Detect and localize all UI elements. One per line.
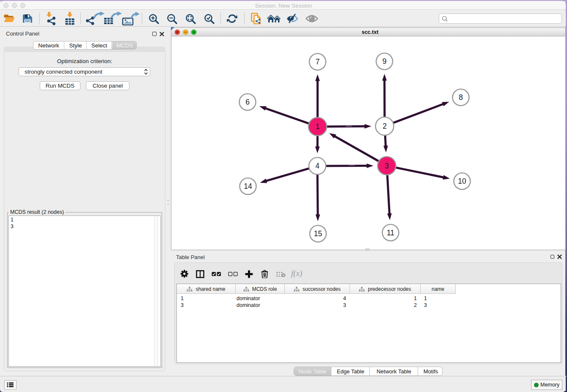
svg-text:1: 1 [316, 122, 320, 131]
svg-text:15: 15 [314, 229, 322, 238]
svg-text:7: 7 [316, 58, 320, 66]
svg-text:11: 11 [387, 229, 394, 237]
svg-text:8: 8 [459, 93, 463, 102]
svg-text:10: 10 [458, 177, 466, 185]
svg-text:3: 3 [385, 162, 389, 170]
svg-text:4: 4 [315, 162, 319, 170]
svg-text:9: 9 [383, 57, 387, 66]
svg-text:2: 2 [383, 122, 387, 130]
svg-text:6: 6 [245, 98, 250, 106]
svg-text:14: 14 [244, 182, 252, 190]
